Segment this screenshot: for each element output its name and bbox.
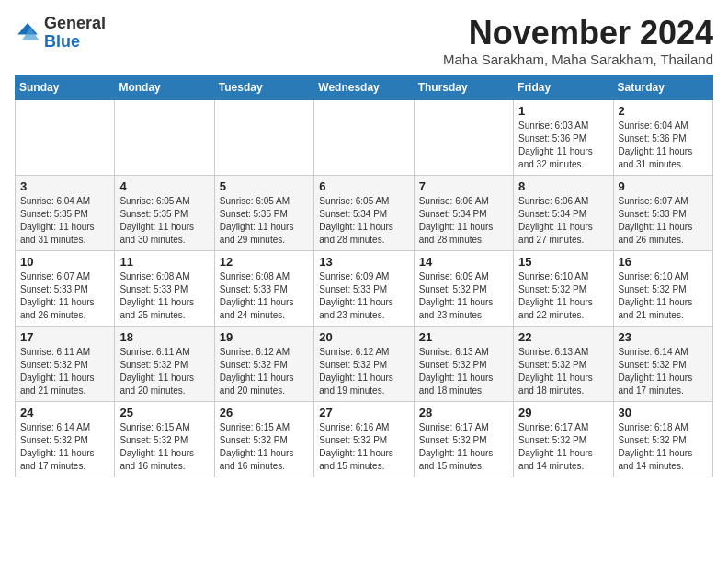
calendar-day-cell: 15Sunrise: 6:10 AM Sunset: 5:32 PM Dayli… (514, 250, 613, 326)
calendar-day-cell (414, 99, 513, 175)
calendar-day-cell: 12Sunrise: 6:08 AM Sunset: 5:33 PM Dayli… (214, 250, 313, 326)
calendar-day-cell: 20Sunrise: 6:12 AM Sunset: 5:32 PM Dayli… (314, 326, 414, 401)
calendar-day-cell: 13Sunrise: 6:09 AM Sunset: 5:33 PM Dayli… (314, 250, 414, 326)
calendar-day-cell (214, 99, 313, 175)
calendar-day-cell (115, 99, 214, 175)
calendar-day-cell: 3Sunrise: 6:04 AM Sunset: 5:35 PM Daylig… (16, 175, 115, 250)
day-info: Sunrise: 6:13 AM Sunset: 5:32 PM Dayligh… (518, 346, 608, 397)
day-info: Sunrise: 6:10 AM Sunset: 5:32 PM Dayligh… (518, 270, 608, 322)
calendar-day-cell: 29Sunrise: 6:17 AM Sunset: 5:32 PM Dayli… (514, 401, 613, 477)
day-number: 5 (220, 179, 309, 193)
calendar-day-cell: 26Sunrise: 6:15 AM Sunset: 5:32 PM Dayli… (214, 401, 313, 477)
day-info: Sunrise: 6:05 AM Sunset: 5:35 PM Dayligh… (220, 195, 309, 247)
day-info: Sunrise: 6:08 AM Sunset: 5:33 PM Dayligh… (220, 270, 309, 322)
day-number: 12 (220, 255, 309, 269)
day-info: Sunrise: 6:12 AM Sunset: 5:32 PM Dayligh… (319, 346, 408, 397)
day-info: Sunrise: 6:09 AM Sunset: 5:33 PM Dayligh… (319, 270, 408, 322)
day-info: Sunrise: 6:05 AM Sunset: 5:34 PM Dayligh… (319, 195, 408, 247)
day-info: Sunrise: 6:16 AM Sunset: 5:32 PM Dayligh… (319, 421, 408, 473)
day-info: Sunrise: 6:17 AM Sunset: 5:32 PM Dayligh… (518, 421, 608, 473)
day-info: Sunrise: 6:06 AM Sunset: 5:34 PM Dayligh… (419, 195, 508, 247)
calendar-day-cell: 19Sunrise: 6:12 AM Sunset: 5:32 PM Dayli… (214, 326, 313, 401)
day-number: 11 (119, 255, 209, 269)
day-number: 2 (619, 104, 708, 118)
day-info: Sunrise: 6:07 AM Sunset: 5:33 PM Dayligh… (20, 270, 109, 322)
calendar-day-cell: 4Sunrise: 6:05 AM Sunset: 5:35 PM Daylig… (115, 175, 214, 250)
day-info: Sunrise: 6:07 AM Sunset: 5:33 PM Dayligh… (619, 195, 708, 247)
day-info: Sunrise: 6:10 AM Sunset: 5:32 PM Dayligh… (619, 270, 708, 322)
day-of-week-header: Friday (514, 75, 613, 99)
calendar-day-cell: 8Sunrise: 6:06 AM Sunset: 5:34 PM Daylig… (514, 175, 613, 250)
day-of-week-header: Tuesday (214, 75, 313, 99)
day-number: 29 (518, 406, 608, 419)
day-number: 18 (119, 330, 209, 344)
day-info: Sunrise: 6:15 AM Sunset: 5:32 PM Dayligh… (119, 421, 209, 473)
day-info: Sunrise: 6:18 AM Sunset: 5:32 PM Dayligh… (619, 421, 708, 473)
day-number: 14 (419, 255, 508, 269)
calendar-day-cell: 30Sunrise: 6:18 AM Sunset: 5:32 PM Dayli… (613, 401, 712, 477)
calendar-day-cell: 9Sunrise: 6:07 AM Sunset: 5:33 PM Daylig… (613, 175, 712, 250)
day-info: Sunrise: 6:06 AM Sunset: 5:34 PM Dayligh… (518, 195, 608, 247)
day-number: 4 (119, 179, 209, 193)
page-header: General Blue November 2024 Maha Sarakham… (15, 15, 713, 67)
day-number: 9 (619, 179, 708, 193)
subtitle: Maha Sarakham, Maha Sarakham, Thailand (443, 52, 713, 67)
calendar-day-cell: 2Sunrise: 6:04 AM Sunset: 5:36 PM Daylig… (613, 99, 712, 175)
calendar-week-row: 17Sunrise: 6:11 AM Sunset: 5:32 PM Dayli… (16, 326, 713, 401)
calendar-week-row: 24Sunrise: 6:14 AM Sunset: 5:32 PM Dayli… (16, 401, 713, 477)
day-number: 6 (319, 179, 408, 193)
day-number: 3 (20, 179, 109, 193)
day-number: 13 (319, 255, 408, 269)
day-number: 8 (518, 179, 608, 193)
day-number: 21 (419, 330, 508, 344)
day-number: 25 (119, 406, 209, 419)
calendar-day-cell: 1Sunrise: 6:03 AM Sunset: 5:36 PM Daylig… (514, 99, 613, 175)
day-number: 10 (20, 255, 109, 269)
day-number: 28 (419, 406, 508, 419)
day-number: 22 (518, 330, 608, 344)
logo-icon (15, 20, 40, 46)
day-number: 26 (220, 406, 309, 419)
day-of-week-header: Wednesday (314, 75, 414, 99)
day-info: Sunrise: 6:15 AM Sunset: 5:32 PM Dayligh… (220, 421, 309, 473)
day-number: 16 (619, 255, 708, 269)
calendar-day-cell: 5Sunrise: 6:05 AM Sunset: 5:35 PM Daylig… (214, 175, 313, 250)
calendar-week-row: 3Sunrise: 6:04 AM Sunset: 5:35 PM Daylig… (16, 175, 713, 250)
calendar-day-cell: 10Sunrise: 6:07 AM Sunset: 5:33 PM Dayli… (16, 250, 115, 326)
day-info: Sunrise: 6:14 AM Sunset: 5:32 PM Dayligh… (20, 421, 109, 473)
day-info: Sunrise: 6:05 AM Sunset: 5:35 PM Dayligh… (119, 195, 209, 247)
day-number: 20 (319, 330, 408, 344)
day-number: 23 (619, 330, 708, 344)
calendar-day-cell: 22Sunrise: 6:13 AM Sunset: 5:32 PM Dayli… (514, 326, 613, 401)
day-info: Sunrise: 6:09 AM Sunset: 5:32 PM Dayligh… (419, 270, 508, 322)
day-number: 24 (20, 406, 109, 419)
calendar-day-cell: 14Sunrise: 6:09 AM Sunset: 5:32 PM Dayli… (414, 250, 513, 326)
calendar-week-row: 10Sunrise: 6:07 AM Sunset: 5:33 PM Dayli… (16, 250, 713, 326)
calendar-day-cell: 25Sunrise: 6:15 AM Sunset: 5:32 PM Dayli… (115, 401, 214, 477)
calendar-table: SundayMondayTuesdayWednesdayThursdayFrid… (15, 75, 713, 477)
calendar-day-cell: 24Sunrise: 6:14 AM Sunset: 5:32 PM Dayli… (16, 401, 115, 477)
logo: General Blue (15, 15, 106, 52)
logo-text: General Blue (44, 15, 106, 52)
calendar-week-row: 1Sunrise: 6:03 AM Sunset: 5:36 PM Daylig… (16, 99, 713, 175)
day-number: 1 (518, 104, 608, 118)
day-info: Sunrise: 6:11 AM Sunset: 5:32 PM Dayligh… (119, 346, 209, 397)
day-of-week-header: Sunday (16, 75, 115, 99)
day-info: Sunrise: 6:08 AM Sunset: 5:33 PM Dayligh… (119, 270, 209, 322)
calendar-day-cell (314, 99, 414, 175)
calendar-day-cell: 27Sunrise: 6:16 AM Sunset: 5:32 PM Dayli… (314, 401, 414, 477)
calendar-day-cell: 18Sunrise: 6:11 AM Sunset: 5:32 PM Dayli… (115, 326, 214, 401)
calendar-day-cell: 16Sunrise: 6:10 AM Sunset: 5:32 PM Dayli… (613, 250, 712, 326)
day-info: Sunrise: 6:11 AM Sunset: 5:32 PM Dayligh… (20, 346, 109, 397)
calendar-day-cell: 11Sunrise: 6:08 AM Sunset: 5:33 PM Dayli… (115, 250, 214, 326)
calendar-day-cell: 21Sunrise: 6:13 AM Sunset: 5:32 PM Dayli… (414, 326, 513, 401)
day-info: Sunrise: 6:13 AM Sunset: 5:32 PM Dayligh… (419, 346, 508, 397)
calendar-day-cell: 23Sunrise: 6:14 AM Sunset: 5:32 PM Dayli… (613, 326, 712, 401)
day-number: 15 (518, 255, 608, 269)
month-title: November 2024 (443, 15, 713, 52)
calendar-day-cell: 6Sunrise: 6:05 AM Sunset: 5:34 PM Daylig… (314, 175, 414, 250)
day-of-week-header: Monday (115, 75, 214, 99)
day-number: 7 (419, 179, 508, 193)
day-info: Sunrise: 6:04 AM Sunset: 5:35 PM Dayligh… (20, 195, 109, 247)
calendar-day-cell (16, 99, 115, 175)
